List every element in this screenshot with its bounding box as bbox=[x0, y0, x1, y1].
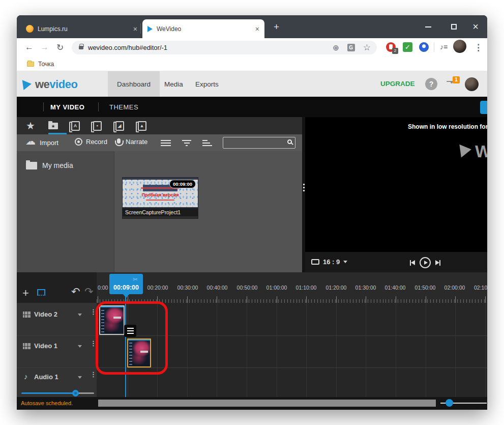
wevideo-header: wevideo Dashboard Media Exports UPGRADE … bbox=[17, 71, 487, 97]
timeline-toolbar: + ↶ ↷ bbox=[17, 272, 97, 303]
media-toolbar: ☁↑ Import Record Narrate bbox=[17, 134, 302, 151]
window-minimize-button[interactable] bbox=[417, 15, 440, 38]
help-button[interactable]: ? bbox=[425, 78, 437, 90]
media-panel-tabs: ★ ★ A ▪ ◢ ▲ bbox=[17, 117, 302, 134]
nav-exports[interactable]: Exports bbox=[186, 71, 228, 97]
track-video1-header: Video 1 ⋮ bbox=[17, 336, 97, 367]
select-clips-icon[interactable] bbox=[37, 289, 45, 296]
skip-start-button[interactable] bbox=[410, 260, 415, 266]
sort-icon[interactable] bbox=[202, 138, 212, 148]
track-video2-header: Video 2 ⋮ bbox=[17, 303, 97, 335]
minimize-icon bbox=[425, 26, 431, 27]
account-avatar[interactable] bbox=[465, 77, 479, 91]
preview-controls: 16 : 9 bbox=[305, 252, 487, 272]
track-menu-icon[interactable]: ⋮ bbox=[90, 373, 97, 376]
subnav-divider bbox=[43, 102, 44, 111]
new-tab-button[interactable]: + bbox=[274, 21, 279, 33]
narrate-button[interactable]: Narrate bbox=[117, 138, 147, 146]
ruler-label: 01:50:00 bbox=[415, 285, 436, 291]
add-track-button[interactable]: + bbox=[22, 287, 29, 300]
window-maximize-button[interactable] bbox=[442, 15, 465, 38]
media-folders-column: My media bbox=[17, 151, 114, 272]
chevron-down-icon[interactable] bbox=[78, 345, 82, 348]
globe-extension-icon[interactable] bbox=[419, 42, 429, 52]
tab-edit-icon[interactable]: ◢ bbox=[112, 120, 127, 131]
list-view-icon[interactable] bbox=[161, 138, 171, 148]
nav-dashboard[interactable]: Dashboard bbox=[108, 71, 160, 97]
bookmark-folder-icon bbox=[27, 62, 34, 67]
music-list-icon[interactable]: ♪≡ bbox=[440, 43, 448, 51]
ruler-label: 02:10 bbox=[474, 285, 487, 291]
tab-close-icon[interactable]: × bbox=[255, 25, 259, 33]
volume-fill bbox=[21, 392, 75, 394]
forward-button[interactable]: → bbox=[40, 42, 49, 52]
zoom-slider-handle[interactable] bbox=[446, 399, 453, 407]
browser-menu-icon[interactable]: ⋮ bbox=[474, 42, 483, 53]
bookmarks-bar: Точка bbox=[17, 57, 487, 71]
reload-button[interactable]: ↻ bbox=[56, 42, 64, 53]
skip-end-button[interactable] bbox=[435, 260, 440, 266]
chevron-down-icon[interactable] bbox=[78, 314, 82, 316]
play-button[interactable] bbox=[420, 257, 431, 268]
browser-address-bar: ← → ↻ wevideo.com/hub#editor/-1 ⊕ G ☆ 2 … bbox=[17, 38, 487, 57]
playhead-tooltip[interactable]: ✂ 00:09:00 bbox=[109, 274, 143, 294]
filter-icon[interactable] bbox=[182, 138, 191, 148]
tab-video-icon[interactable]: ▪ bbox=[90, 120, 105, 131]
tab-lumpics[interactable]: Lumpics.ru × bbox=[22, 19, 141, 38]
timeline-scrollbar[interactable] bbox=[98, 400, 436, 407]
tab-close-icon[interactable]: × bbox=[133, 25, 137, 33]
desktop: Lumpics.ru × WeVideo × + × ← → ↻ wevideo… bbox=[0, 0, 504, 425]
redo-button[interactable]: ↷ bbox=[84, 286, 94, 298]
volume-handle[interactable] bbox=[72, 390, 79, 396]
chevron-down-icon bbox=[343, 261, 347, 263]
subnav-divider bbox=[98, 102, 99, 111]
record-button[interactable]: Record bbox=[75, 138, 107, 146]
microphone-icon bbox=[117, 138, 121, 144]
finish-button-clipped[interactable] bbox=[480, 101, 487, 114]
chevron-down-icon[interactable] bbox=[78, 376, 82, 379]
browser-tab-bar: Lumpics.ru × WeVideo × + × bbox=[17, 15, 487, 38]
checkmark-extension-icon[interactable]: ✓ bbox=[403, 42, 412, 52]
search-input[interactable] bbox=[223, 137, 295, 149]
search-icon bbox=[287, 139, 292, 144]
lock-icon bbox=[79, 46, 83, 49]
track-video-2: Video 2 ⋮ bbox=[17, 303, 487, 336]
scissors-icon[interactable]: ✂ bbox=[133, 276, 138, 283]
track-audio1-header: ♪ Audio 1 ⋮ bbox=[17, 368, 97, 397]
close-icon: × bbox=[472, 21, 479, 33]
tab-themes[interactable]: THEMES bbox=[109, 103, 138, 111]
folder-my-media[interactable]: My media bbox=[17, 151, 114, 169]
low-resolution-notice: Shown in low resolution for fa bbox=[408, 123, 487, 130]
tab-title: WeVideo bbox=[157, 25, 251, 33]
volume-slider[interactable] bbox=[21, 390, 94, 396]
window-close-button[interactable]: × bbox=[464, 15, 487, 38]
media-item-card[interactable]: Пробная версия 00:09:00 ScreenCapturePro… bbox=[122, 177, 198, 219]
bookmark-star-icon[interactable]: ☆ bbox=[363, 42, 371, 53]
tab-wevideo[interactable]: WeVideo × bbox=[142, 19, 264, 38]
translate-icon[interactable]: G bbox=[347, 44, 355, 51]
undo-button[interactable]: ↶ bbox=[71, 286, 80, 298]
timeline-ruler[interactable]: 0:00 00:20:00 00:30:00 00:40:00 00:50:00… bbox=[97, 272, 487, 303]
wevideo-logo[interactable]: wevideo bbox=[23, 78, 77, 91]
upgrade-button[interactable]: UPGRADE bbox=[380, 80, 415, 88]
browser-profile-avatar[interactable] bbox=[453, 40, 466, 53]
back-button[interactable]: ← bbox=[25, 42, 34, 52]
tab-my-media-folder-icon[interactable]: ★ bbox=[45, 120, 61, 131]
ruler-label: 01:10:00 bbox=[296, 285, 317, 291]
url-bar[interactable]: wevideo.com/hub#editor/-1 ⊕ G ☆ bbox=[72, 41, 377, 54]
wevideo-favicon bbox=[147, 26, 153, 32]
aspect-ratio-dropdown[interactable]: 16 : 9 bbox=[311, 258, 347, 266]
tab-my-video[interactable]: MY VIDEO bbox=[50, 103, 84, 111]
tab-text-icon[interactable]: A bbox=[68, 120, 83, 131]
zoom-page-icon[interactable]: ⊕ bbox=[333, 43, 339, 52]
tab-favorites-star-icon[interactable]: ★ bbox=[23, 120, 38, 131]
adblock-extension-icon[interactable]: 2 bbox=[386, 42, 396, 52]
duration-badge: 00:09:00 bbox=[169, 180, 196, 188]
track-video-1: Video 1 ⋮ bbox=[17, 336, 487, 368]
video-preview: Shown in low resolution for fa W bbox=[305, 117, 487, 252]
bookmark-tochka[interactable]: Точка bbox=[17, 57, 487, 68]
ruler-label: 00:40:00 bbox=[207, 285, 228, 291]
import-button[interactable]: ☁↑ Import bbox=[25, 138, 58, 147]
tab-images-icon[interactable]: ▲ bbox=[134, 120, 150, 131]
ruler-label: 01:00:00 bbox=[266, 285, 287, 291]
